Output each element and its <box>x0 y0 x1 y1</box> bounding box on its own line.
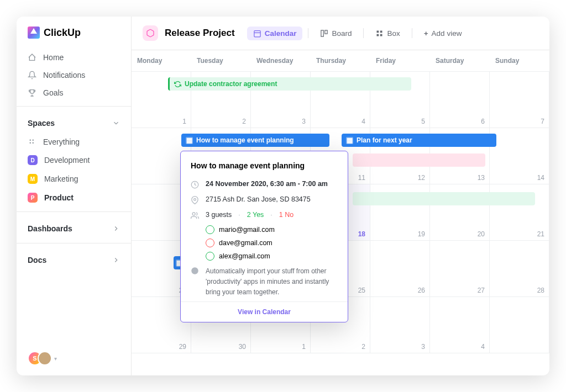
date-number: 12 <box>418 174 425 182</box>
event-label: How to manage event planning <box>196 136 294 144</box>
space-product[interactable]: P Product <box>17 188 131 207</box>
space-everything[interactable]: Everything <box>17 133 131 151</box>
tab-box-label: Box <box>387 29 400 38</box>
plus-icon: + <box>424 29 428 38</box>
location-icon <box>191 196 199 204</box>
guest-row: alex@gmail.com <box>181 250 348 263</box>
event-planning[interactable]: ▦ How to manage event planning <box>181 134 329 147</box>
project-icon <box>143 25 158 41</box>
svg-rect-9 <box>380 30 382 33</box>
popup-no: 1 No <box>279 211 294 220</box>
date-number: 7 <box>541 118 544 125</box>
docs-header[interactable]: Docs <box>17 248 131 270</box>
info-icon <box>191 267 199 275</box>
svg-point-15 <box>191 267 198 274</box>
tab-calendar-label: Calendar <box>265 29 297 38</box>
popup-title: How to manage event planning <box>181 151 348 177</box>
date-number: 29 <box>179 343 186 351</box>
date-number: 6 <box>481 118 485 125</box>
svg-rect-4 <box>254 30 260 36</box>
mkt-badge: M <box>28 174 38 184</box>
day-fri: Friday <box>370 50 430 71</box>
guest-row: dave@gmail.com <box>181 236 348 250</box>
event-pink[interactable] <box>353 153 485 167</box>
popup-guests: 3 guests <box>206 211 232 220</box>
calendar-cell[interactable]: 14 <box>490 128 549 184</box>
date-number: 21 <box>537 230 544 238</box>
nav-notifications-label: Notifications <box>43 71 85 80</box>
project-title: Release Project <box>165 28 235 39</box>
space-development[interactable]: D Development <box>17 151 131 169</box>
add-view[interactable]: + Add view <box>418 27 468 40</box>
chevron-right-icon <box>112 225 120 232</box>
event-contractor[interactable]: Update contractor agreement <box>168 77 411 91</box>
svg-rect-8 <box>377 30 379 33</box>
nav-home-label: Home <box>43 53 64 62</box>
day-sat: Saturday <box>430 50 490 71</box>
event-plan-year[interactable]: ▦ Plan for next year <box>342 134 496 147</box>
svg-rect-6 <box>321 30 323 36</box>
prod-label: Product <box>44 193 74 202</box>
date-number: 19 <box>418 230 425 238</box>
prod-badge: P <box>28 193 38 203</box>
day-wed: Wednesday <box>251 50 311 71</box>
dashboards-header[interactable]: Dashboards <box>17 216 131 239</box>
guest-email: alex@gmail.com <box>219 252 270 260</box>
calendar-cell[interactable]: 3 <box>370 297 430 353</box>
date-number: 30 <box>239 343 246 351</box>
svg-rect-7 <box>325 30 327 33</box>
nav-notifications[interactable]: Notifications <box>17 66 131 84</box>
nav-home[interactable]: Home <box>17 49 131 66</box>
date-number: 28 <box>537 287 544 294</box>
status-no-icon <box>206 239 214 247</box>
event-green2[interactable] <box>353 192 535 205</box>
date-number: 25 <box>358 287 365 294</box>
date-number: 18 <box>358 230 365 238</box>
svg-point-14 <box>192 213 195 215</box>
svg-rect-10 <box>377 34 379 36</box>
calendar-cell[interactable]: 7 <box>490 72 549 128</box>
event-label: Update contractor agreement <box>185 80 277 88</box>
popup-time: 24 November 2020, 6:30 am - 7:00 am <box>206 180 328 189</box>
date-number: 2 <box>242 118 246 125</box>
date-number: 11 <box>358 174 365 182</box>
logo[interactable]: ClickUp <box>17 27 131 49</box>
calendar-icon <box>253 29 261 38</box>
nav-goals[interactable]: Goals <box>17 84 131 102</box>
calendar-cell[interactable]: 27 <box>430 241 490 297</box>
date-number: 4 <box>481 343 485 351</box>
date-number: 14 <box>537 174 544 182</box>
home-icon <box>28 53 36 62</box>
calendar-mini-icon: ▦ <box>186 137 193 144</box>
dev-badge: D <box>28 155 38 165</box>
people-icon <box>191 211 199 220</box>
dashboards-label: Dashboards <box>28 224 72 233</box>
day-thu: Thursday <box>311 50 370 71</box>
popup-yes: 2 Yes <box>247 211 264 220</box>
view-in-calendar-link[interactable]: View in Calendar <box>181 301 348 322</box>
divider <box>308 28 308 38</box>
popup-location: 2715 Ash Dr. San Jose, SD 83475 <box>206 195 311 204</box>
sync-icon <box>174 81 181 88</box>
tab-board-label: Board <box>332 29 352 38</box>
calendar-header: Monday Tuesday Wednesday Thursday Friday… <box>132 50 549 72</box>
date-number: 13 <box>478 174 485 182</box>
board-icon <box>320 29 328 38</box>
chevron-down-icon <box>112 119 120 127</box>
tab-calendar[interactable]: Calendar <box>247 27 303 40</box>
calendar-cell[interactable]: 26 <box>370 241 430 297</box>
tab-box[interactable]: Box <box>369 27 406 40</box>
divider <box>412 28 412 38</box>
calendar-cell[interactable]: 28 <box>490 241 549 297</box>
calendar-cell[interactable] <box>490 297 549 353</box>
date-number: 3 <box>302 118 306 125</box>
space-marketing[interactable]: M Marketing <box>17 169 131 188</box>
tab-board[interactable]: Board <box>314 27 358 40</box>
calendar-cell[interactable]: 6 <box>430 72 490 128</box>
user-avatars[interactable]: S ▾ <box>28 351 120 365</box>
date-number: 3 <box>421 343 425 351</box>
divider <box>363 28 364 38</box>
calendar-cell[interactable]: 4 <box>430 297 490 353</box>
spaces-header[interactable]: Spaces <box>17 111 131 133</box>
bell-icon <box>28 71 36 80</box>
